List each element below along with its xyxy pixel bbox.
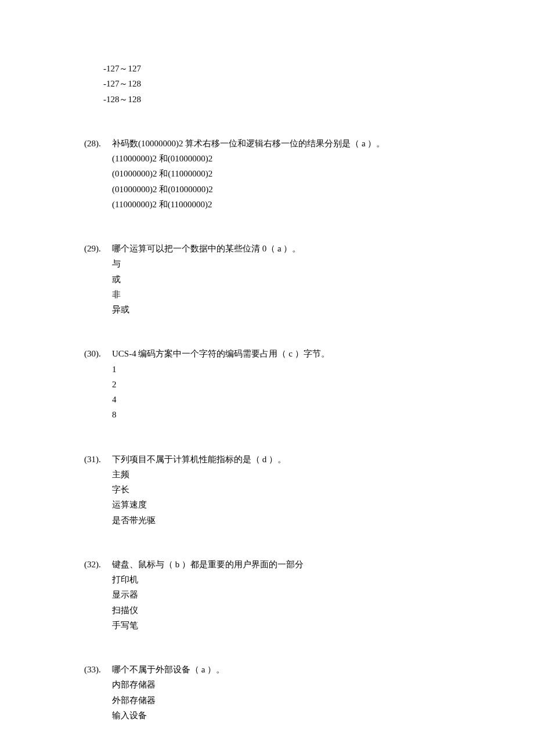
question-number: (29). xyxy=(84,241,112,256)
option-text: 主频 xyxy=(112,467,476,482)
option-group: 1 2 4 8 xyxy=(84,362,476,423)
option-text: 显示器 xyxy=(112,587,476,602)
question-row: (31). 下列项目不属于计算机性能指标的是（ d ）。 xyxy=(84,452,476,467)
option-text: (11000000)2 和(01000000)2 xyxy=(112,151,476,166)
option-text: (01000000)2 和(01000000)2 xyxy=(112,182,476,197)
option-text: -128～128 xyxy=(103,92,476,107)
question-text: 下列项目不属于计算机性能指标的是（ d ）。 xyxy=(112,452,476,467)
option-text: 字长 xyxy=(112,482,476,497)
question-text: 补码数(10000000)2 算术右移一位和逻辑右移一位的结果分别是（ a ）。 xyxy=(112,136,476,151)
option-text: 外部存储器 xyxy=(112,693,476,708)
question-number: (33). xyxy=(84,662,112,677)
option-text: 手写笔 xyxy=(112,618,476,633)
option-text: 或 xyxy=(112,272,476,287)
question-31: (31). 下列项目不属于计算机性能指标的是（ d ）。 主频 字长 运算速度 … xyxy=(84,452,476,528)
option-text: 与 xyxy=(112,256,476,271)
question-number: (31). xyxy=(84,452,112,467)
orphan-option-group: -127～127 -127～128 -128～128 xyxy=(84,61,476,107)
question-number: (28). xyxy=(84,136,112,151)
option-text: 非 xyxy=(112,287,476,302)
option-text: 内部存储器 xyxy=(112,677,476,692)
option-group: 主频 字长 运算速度 是否带光驱 xyxy=(84,467,476,528)
question-33: (33). 哪个不属于外部设备（ a ）。 内部存储器 外部存储器 输入设备 xyxy=(84,662,476,723)
option-text: 4 xyxy=(112,392,476,407)
question-30: (30). UCS-4 编码方案中一个字符的编码需要占用（ c ）字节。 1 2… xyxy=(84,346,476,422)
option-text: 2 xyxy=(112,377,476,392)
question-text: 哪个不属于外部设备（ a ）。 xyxy=(112,662,476,677)
question-29: (29). 哪个运算可以把一个数据中的某些位清 0（ a ）。 与 或 非 异或 xyxy=(84,241,476,317)
option-text: (11000000)2 和(11000000)2 xyxy=(112,197,476,212)
question-row: (28). 补码数(10000000)2 算术右移一位和逻辑右移一位的结果分别是… xyxy=(84,136,476,151)
option-group: 与 或 非 异或 xyxy=(84,256,476,317)
question-text: 哪个运算可以把一个数据中的某些位清 0（ a ）。 xyxy=(112,241,476,256)
option-text: 是否带光驱 xyxy=(112,513,476,528)
question-row: (33). 哪个不属于外部设备（ a ）。 xyxy=(84,662,476,677)
question-number: (30). xyxy=(84,346,112,361)
question-text: UCS-4 编码方案中一个字符的编码需要占用（ c ）字节。 xyxy=(112,346,476,361)
option-text: 异或 xyxy=(112,302,476,317)
option-group: 打印机 显示器 扫描仪 手写笔 xyxy=(84,572,476,633)
option-text: 8 xyxy=(112,407,476,422)
question-row: (30). UCS-4 编码方案中一个字符的编码需要占用（ c ）字节。 xyxy=(84,346,476,361)
option-text: (01000000)2 和(11000000)2 xyxy=(112,166,476,181)
question-28: (28). 补码数(10000000)2 算术右移一位和逻辑右移一位的结果分别是… xyxy=(84,136,476,212)
option-text: 扫描仪 xyxy=(112,603,476,618)
option-text: -127～128 xyxy=(103,76,476,91)
option-text: 运算速度 xyxy=(112,497,476,512)
option-group: 内部存储器 外部存储器 输入设备 xyxy=(84,677,476,723)
question-32: (32). 键盘、鼠标与（ b ）都是重要的用户界面的一部分 打印机 显示器 扫… xyxy=(84,557,476,633)
option-text: 输入设备 xyxy=(112,708,476,723)
question-row: (29). 哪个运算可以把一个数据中的某些位清 0（ a ）。 xyxy=(84,241,476,256)
option-text: 1 xyxy=(112,362,476,377)
question-row: (32). 键盘、鼠标与（ b ）都是重要的用户界面的一部分 xyxy=(84,557,476,572)
option-text: 打印机 xyxy=(112,572,476,587)
question-text: 键盘、鼠标与（ b ）都是重要的用户界面的一部分 xyxy=(112,557,476,572)
question-number: (32). xyxy=(84,557,112,572)
option-group: (11000000)2 和(01000000)2 (01000000)2 和(1… xyxy=(84,151,476,212)
option-text: -127～127 xyxy=(103,61,476,76)
